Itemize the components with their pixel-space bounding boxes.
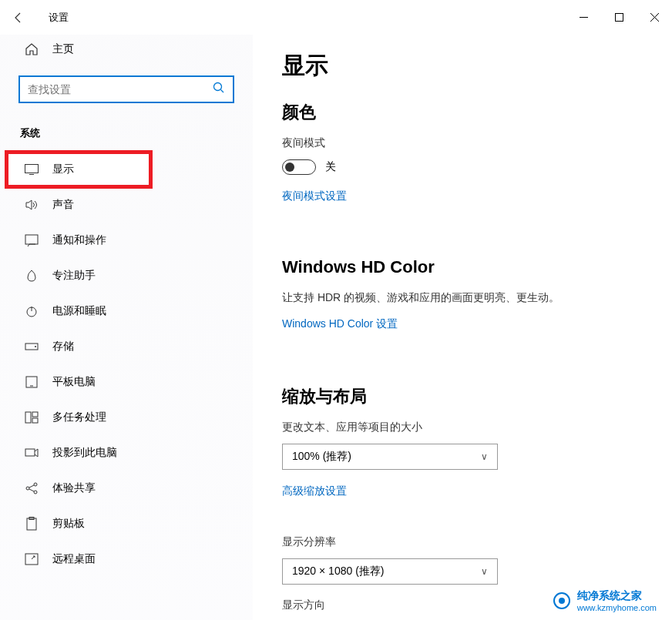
scale-dropdown[interactable]: 100% (推荐) ∨ <box>282 444 498 470</box>
nav-label: 通知和操作 <box>52 233 106 247</box>
content-pane: 显示 颜色 夜间模式 关 夜间模式设置 Windows HD Color 让支持… <box>253 35 672 620</box>
minimize-button[interactable] <box>566 5 601 30</box>
svg-rect-0 <box>615 14 623 22</box>
window-controls <box>566 5 672 30</box>
nav-item-sound[interactable]: 声音 <box>0 187 253 223</box>
svg-point-1 <box>214 83 222 91</box>
nav-item-multitask[interactable]: 多任务处理 <box>0 400 253 435</box>
nav-item-notifications[interactable]: 通知和操作 <box>0 223 253 258</box>
chevron-down-icon: ∨ <box>481 566 488 577</box>
project-icon <box>25 446 39 460</box>
sidebar-section-header: 系统 <box>0 119 253 152</box>
power-icon <box>25 304 39 318</box>
nav-label: 远程桌面 <box>52 552 96 566</box>
nav-item-shared[interactable]: 体验共享 <box>0 471 253 506</box>
resolution-dropdown[interactable]: 1920 × 1080 (推荐) ∨ <box>282 558 498 585</box>
nav-label: 存储 <box>52 340 74 354</box>
svg-point-6 <box>35 346 36 347</box>
sidebar: 主页 系统 显示 声音 通知和操作 专注助手 <box>0 35 253 620</box>
nav-list: 显示 声音 通知和操作 专注助手 电源和睡眠 存储 <box>0 152 253 577</box>
resolution-label: 显示分辨率 <box>282 535 643 549</box>
watermark: 纯净系统之家 www.kzmyhome.com <box>553 589 657 612</box>
close-button[interactable] <box>637 5 672 30</box>
titlebar: 设置 <box>0 0 672 35</box>
toggle-knob <box>285 163 294 172</box>
nav-label: 体验共享 <box>52 481 96 495</box>
svg-rect-9 <box>32 412 38 417</box>
nav-item-display[interactable]: 显示 <box>6 152 151 187</box>
sound-icon <box>25 198 39 212</box>
nav-item-clipboard[interactable]: 剪贴板 <box>0 506 253 541</box>
search-box[interactable] <box>18 75 234 103</box>
watermark-url: www.kzmyhome.com <box>577 603 657 612</box>
color-section-title: 颜色 <box>282 101 643 124</box>
window-title: 设置 <box>37 11 69 25</box>
svg-point-19 <box>559 598 565 604</box>
svg-rect-15 <box>27 518 36 530</box>
nav-label: 声音 <box>52 198 74 212</box>
nav-item-project[interactable]: 投影到此电脑 <box>0 435 253 471</box>
advanced-scale-link[interactable]: 高级缩放设置 <box>282 484 347 498</box>
page-title: 显示 <box>282 50 643 82</box>
hdcolor-settings-link[interactable]: Windows HD Color 设置 <box>282 317 398 331</box>
nav-label: 平板电脑 <box>52 375 96 389</box>
night-mode-toggle-row: 关 <box>282 159 643 175</box>
home-icon <box>25 42 39 56</box>
svg-rect-2 <box>25 165 39 173</box>
svg-point-14 <box>34 491 37 494</box>
night-mode-settings-link[interactable]: 夜间模式设置 <box>282 189 347 203</box>
tablet-icon <box>25 375 39 389</box>
nav-label: 显示 <box>52 163 74 176</box>
watermark-logo-icon <box>553 592 571 610</box>
watermark-text: 纯净系统之家 <box>577 589 657 603</box>
nav-item-storage[interactable]: 存储 <box>0 329 253 364</box>
svg-rect-8 <box>25 412 31 423</box>
nav-label: 电源和睡眠 <box>52 304 106 318</box>
nav-label: 多任务处理 <box>52 411 106 424</box>
svg-rect-3 <box>25 235 38 244</box>
nav-item-tablet[interactable]: 平板电脑 <box>0 364 253 400</box>
nav-item-focus[interactable]: 专注助手 <box>0 258 253 293</box>
hdcolor-description: 让支持 HDR 的视频、游戏和应用的画面更明亮、更生动。 <box>282 290 643 306</box>
hdcolor-section-title: Windows HD Color <box>282 257 643 277</box>
resolution-value: 1920 × 1080 (推荐) <box>292 565 384 578</box>
scale-value: 100% (推荐) <box>292 450 351 464</box>
maximize-button[interactable] <box>601 5 637 30</box>
scale-label: 更改文本、应用等项目的大小 <box>282 421 643 434</box>
night-mode-label: 夜间模式 <box>282 136 643 150</box>
chevron-down-icon: ∨ <box>481 451 488 462</box>
back-button[interactable] <box>0 0 37 35</box>
home-label: 主页 <box>52 42 74 56</box>
clipboard-icon <box>25 517 39 531</box>
nav-label: 专注助手 <box>52 269 96 283</box>
notifications-icon <box>25 233 39 247</box>
svg-rect-10 <box>32 418 38 423</box>
night-mode-toggle[interactable] <box>282 159 316 175</box>
svg-point-13 <box>34 483 37 486</box>
nav-item-power[interactable]: 电源和睡眠 <box>0 293 253 329</box>
scale-section-title: 缩放与布局 <box>282 385 643 408</box>
nav-label: 剪贴板 <box>52 517 85 531</box>
shared-icon <box>25 481 39 495</box>
display-icon <box>25 163 39 176</box>
multitask-icon <box>25 411 39 424</box>
search-input[interactable] <box>28 83 213 96</box>
nav-label: 投影到此电脑 <box>52 446 117 460</box>
remote-icon <box>25 552 39 566</box>
toggle-state-text: 关 <box>325 160 336 174</box>
nav-item-remote[interactable]: 远程桌面 <box>0 541 253 577</box>
storage-icon <box>25 340 39 354</box>
home-nav-item[interactable]: 主页 <box>0 35 253 64</box>
svg-rect-11 <box>25 449 35 456</box>
search-icon <box>213 82 225 97</box>
svg-point-12 <box>26 487 29 490</box>
focus-icon <box>25 269 39 283</box>
